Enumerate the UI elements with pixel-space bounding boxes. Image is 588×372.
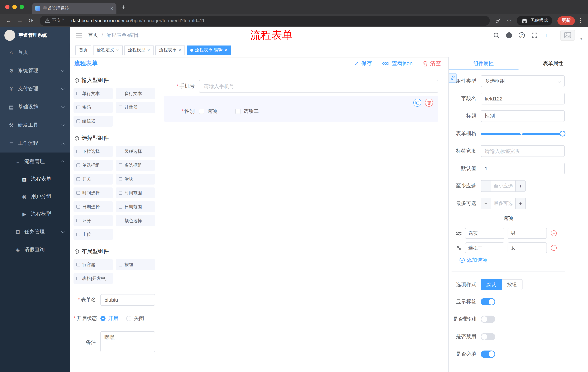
component-item-password[interactable]: 密码	[74, 102, 113, 113]
view-json-button[interactable]: 查看json	[382, 60, 413, 67]
required-switch[interactable]	[481, 351, 495, 358]
component-item-table[interactable]: 表格[开发中]	[74, 273, 113, 284]
github-icon[interactable]	[506, 32, 512, 38]
component-item-upload[interactable]: 上传	[74, 229, 113, 240]
component-item-counter[interactable]: 计数器	[116, 102, 155, 113]
browser-menu-icon[interactable]: ⋮	[576, 17, 584, 24]
style-default-button[interactable]: 默认	[481, 279, 502, 290]
border-switch[interactable]	[481, 316, 495, 323]
component-item-color-picker[interactable]: 颜色选择	[116, 215, 155, 226]
back-button[interactable]: ←	[4, 16, 13, 25]
sidebar-item-system[interactable]: ⚙ 系统管理	[0, 62, 70, 80]
default-value-input[interactable]	[481, 163, 565, 174]
component-item-radio-group[interactable]: 单选框组	[74, 160, 113, 171]
update-button[interactable]: 更新	[557, 16, 575, 25]
component-item-time-range[interactable]: 时间范围	[116, 187, 155, 198]
component-item-checkbox-group[interactable]: 多选框组	[116, 160, 155, 171]
sidebar-item-workflow[interactable]: ≣ 工作流程	[0, 134, 70, 152]
clear-button[interactable]: 清空	[423, 60, 441, 67]
zoom-window-button[interactable]	[20, 5, 24, 9]
reload-button[interactable]: ⟳	[26, 16, 36, 25]
component-item-rate[interactable]: 评分	[74, 215, 113, 226]
tag-close-icon[interactable]: ×	[224, 48, 227, 53]
component-item-time-picker[interactable]: 时间选择	[74, 187, 113, 198]
tag-process-model[interactable]: 流程模型 ×	[124, 45, 154, 55]
font-size-icon[interactable]: TT	[544, 32, 553, 38]
component-item-switch[interactable]: 开关	[74, 174, 113, 185]
search-icon[interactable]	[493, 32, 500, 38]
tab-form-props[interactable]: 表单属性	[518, 57, 588, 70]
status-on-radio[interactable]: 开启	[100, 315, 118, 322]
component-item-slider[interactable]: 滑块	[116, 174, 155, 185]
sidebar-item-process-model[interactable]: ▶ 流程模型	[0, 205, 70, 223]
tag-process-form-edit[interactable]: 流程表单-编辑 ×	[187, 45, 231, 55]
gender-option2-checkbox[interactable]: 选项二	[235, 108, 259, 115]
phone-input[interactable]	[199, 80, 438, 93]
tag-home[interactable]: 首页	[75, 45, 91, 55]
sidebar-item-payment[interactable]: ¥ 支付管理	[0, 80, 70, 98]
sidebar-item-user-group[interactable]: ◉ 用户分组	[0, 188, 70, 205]
component-item-multi-text[interactable]: 多行文本	[116, 88, 155, 99]
avatar[interactable]	[560, 30, 575, 41]
option-label-input[interactable]	[465, 228, 504, 239]
phone-field-row[interactable]: *手机号	[164, 80, 438, 93]
gender-field-selected[interactable]: *性别 选项一 选项二	[164, 96, 438, 122]
decrease-button[interactable]: −	[481, 181, 491, 191]
increase-button[interactable]: +	[515, 198, 525, 209]
option-label-input[interactable]	[465, 242, 504, 253]
sidebar-item-task-management[interactable]: ⊞ 任务管理	[0, 223, 70, 241]
disabled-switch[interactable]	[481, 333, 495, 340]
label-width-input[interactable]	[481, 145, 565, 157]
component-item-single-text[interactable]: 单行文本	[74, 88, 113, 99]
decrease-button[interactable]: −	[481, 198, 491, 209]
max-select-value[interactable]: 最多可选	[491, 198, 515, 209]
sidebar-item-process-management[interactable]: ≡ 流程管理	[0, 152, 70, 170]
tag-close-icon[interactable]: ×	[178, 48, 181, 53]
bookmark-star-icon[interactable]: ☆	[504, 16, 514, 25]
minimize-window-button[interactable]	[12, 5, 17, 9]
tab-close-icon[interactable]: ×	[110, 6, 113, 11]
form-grid-slider[interactable]	[481, 128, 565, 139]
sidebar-item-process-form[interactable]: ▦ 流程表单	[0, 170, 70, 188]
help-icon[interactable]: ?	[518, 32, 525, 38]
save-button[interactable]: ✓ 保存	[354, 60, 372, 67]
sidebar-item-leave-query[interactable]: ◈ 请假查询	[0, 241, 70, 258]
copy-field-button[interactable]	[413, 99, 421, 107]
delete-field-button[interactable]	[425, 99, 433, 107]
option-value-input[interactable]	[508, 242, 547, 253]
status-off-radio[interactable]: 关闭	[126, 315, 144, 322]
component-type-select[interactable]: 多选框组	[481, 75, 565, 87]
style-button-button[interactable]: 按钮	[502, 279, 523, 290]
security-chip[interactable]: 不安全	[45, 18, 65, 24]
component-item-row-container[interactable]: 行容器	[74, 259, 113, 270]
sidebar-item-home[interactable]: ⌂ 首页	[0, 43, 70, 62]
slider-handle[interactable]	[560, 131, 566, 137]
component-item-editor[interactable]: 编辑器	[74, 116, 113, 127]
breadcrumb-home[interactable]: 首页	[88, 32, 98, 38]
address-bar[interactable]: 不安全 dashboard.yudao.iocoder.cn/bpm/manag…	[40, 15, 490, 26]
min-select-value[interactable]: 至少应选	[491, 181, 515, 191]
add-option-button[interactable]: + 添加选项	[460, 257, 565, 264]
key-icon[interactable]	[494, 16, 503, 25]
tab-component-props[interactable]: 组件属性	[449, 57, 518, 70]
sidebar-item-devtools[interactable]: ⚒ 研发工具	[0, 116, 70, 134]
tag-process-definition[interactable]: 流程定义 ×	[93, 45, 122, 55]
fullscreen-icon[interactable]	[531, 32, 538, 38]
tag-process-form[interactable]: 流程表单 ×	[155, 45, 185, 55]
option-value-input[interactable]	[508, 228, 547, 239]
show-label-switch[interactable]	[481, 298, 495, 305]
forward-button[interactable]: →	[15, 16, 25, 25]
component-item-dropdown[interactable]: 下拉选择	[74, 146, 113, 157]
title-input[interactable]	[481, 110, 565, 122]
component-item-date-picker[interactable]: 日期选择	[74, 201, 113, 212]
link-icon[interactable]	[449, 73, 457, 83]
browser-tab[interactable]: 芋道管理系统 ×	[32, 3, 116, 14]
component-item-date-range[interactable]: 日期范围	[116, 201, 155, 212]
close-window-button[interactable]	[5, 5, 10, 9]
gender-option1-checkbox[interactable]: 选项一	[199, 108, 222, 115]
tag-close-icon[interactable]: ×	[147, 48, 150, 53]
component-item-cascader[interactable]: 级联选择	[116, 146, 155, 157]
tag-close-icon[interactable]: ×	[116, 48, 119, 53]
new-tab-button[interactable]: +	[122, 3, 126, 10]
avatar-caret-icon[interactable]: ▾	[580, 37, 582, 41]
